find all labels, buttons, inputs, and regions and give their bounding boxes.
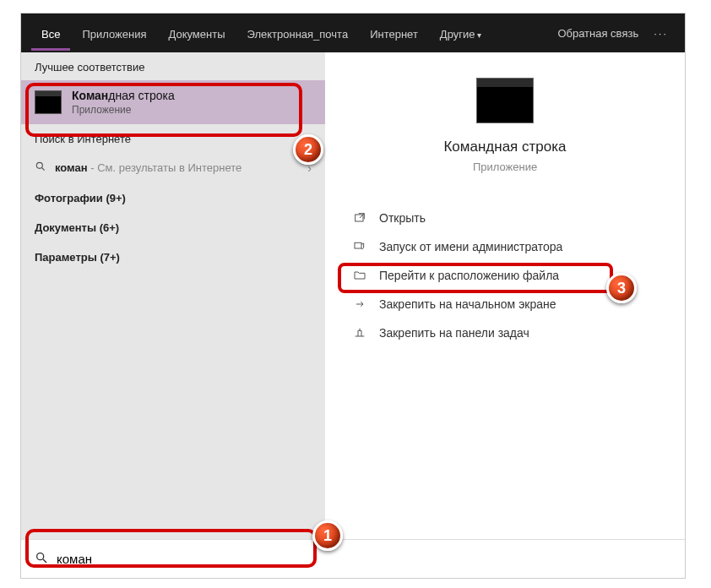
filter-tabs: Все Приложения Документы Электронная_поч…	[21, 14, 685, 52]
svg-line-9	[43, 559, 46, 563]
tab-internet[interactable]: Интернет	[360, 16, 428, 51]
details-title: Командная строка	[443, 139, 566, 155]
tab-email[interactable]: Электронная_почта	[236, 16, 358, 51]
search-window: Все Приложения Документы Электронная_поч…	[20, 13, 686, 579]
details-actions: Открыть Запуск от имени администратора П…	[349, 204, 661, 347]
results-body: Лучшее соответствие Командная строка При…	[21, 52, 685, 539]
action-run-as-admin[interactable]: Запуск от имени администратора	[349, 232, 661, 261]
svg-point-0	[36, 162, 42, 168]
svg-line-3	[360, 214, 364, 218]
details-pane: Командная строка Приложение Открыть Запу…	[325, 52, 685, 539]
tab-documents[interactable]: Документы	[158, 16, 235, 51]
search-icon	[35, 551, 48, 568]
shield-icon	[352, 239, 367, 254]
tab-apps[interactable]: Приложения	[72, 16, 156, 51]
feedback-link[interactable]: Обратная связь	[551, 27, 645, 40]
web-search-item[interactable]: коман - См. результаты в Интернете ›	[21, 152, 325, 183]
category-settings[interactable]: Параметры (7+)	[21, 242, 325, 272]
web-hint: - См. результаты в Интернете	[88, 161, 242, 174]
search-bar[interactable]	[21, 539, 685, 578]
chevron-right-icon: ›	[307, 161, 312, 175]
best-match-title: Командная строка	[72, 89, 175, 102]
action-open-location[interactable]: Перейти к расположению файла	[349, 261, 661, 290]
search-input[interactable]	[57, 552, 671, 566]
web-query: коман	[55, 161, 88, 174]
action-pin-start[interactable]: Закрепить на начальном экране	[349, 290, 661, 318]
tab-other[interactable]: Другие	[430, 16, 491, 51]
best-match-item[interactable]: Командная строка Приложение	[21, 80, 325, 124]
details-subtitle: Приложение	[473, 161, 537, 173]
action-run-as-admin-label: Запуск от имени администратора	[379, 240, 562, 253]
cmd-icon	[476, 78, 534, 123]
tab-all[interactable]: Все	[31, 16, 70, 51]
web-search-header: Поиск в Интернете	[21, 124, 325, 152]
action-pin-start-label: Закрепить на начальном экране	[379, 297, 556, 311]
results-list: Лучшее соответствие Командная строка При…	[21, 52, 325, 539]
search-icon	[35, 161, 46, 175]
action-pin-taskbar-label: Закрепить на панели задач	[379, 326, 529, 340]
pin-icon	[352, 297, 367, 312]
svg-point-8	[37, 553, 44, 559]
action-pin-taskbar[interactable]: Закрепить на панели задач	[349, 318, 661, 347]
more-options-button[interactable]: ···	[647, 27, 675, 40]
folder-icon	[352, 268, 367, 283]
category-documents[interactable]: Документы (6+)	[21, 213, 325, 242]
svg-rect-4	[355, 242, 361, 248]
svg-line-1	[42, 168, 45, 171]
category-photos[interactable]: Фотографии (9+)	[21, 183, 325, 213]
action-open-label: Открыть	[379, 211, 426, 225]
action-open[interactable]: Открыть	[349, 204, 661, 232]
action-open-location-label: Перейти к расположению файла	[379, 269, 559, 282]
best-match-header: Лучшее соответствие	[21, 52, 325, 80]
cmd-icon	[35, 90, 62, 114]
pin-taskbar-icon	[352, 325, 367, 340]
best-match-subtitle: Приложение	[72, 104, 175, 116]
open-icon	[352, 210, 367, 226]
